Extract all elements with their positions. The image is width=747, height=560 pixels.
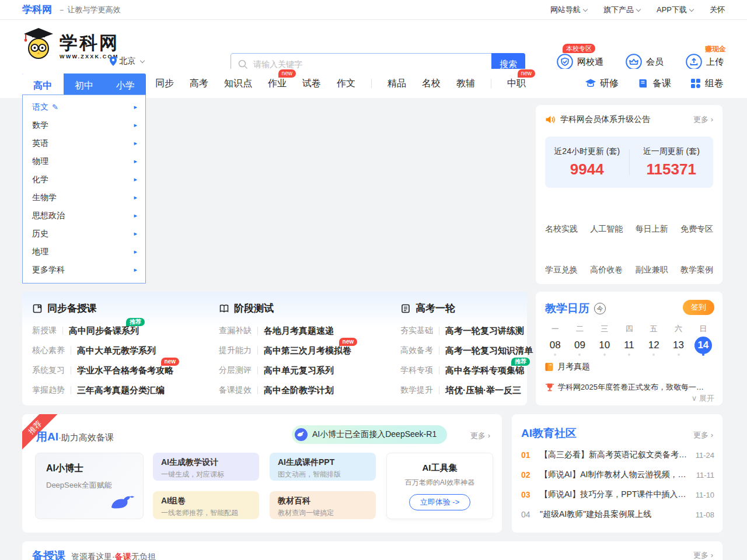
subject-biology[interactable]: 生物学▸ — [23, 188, 145, 206]
resource-link[interactable]: 查漏补缺 各地月考真题速递 — [219, 321, 351, 341]
nav-item-homework[interactable]: 作业new — [268, 78, 287, 90]
resource-link[interactable]: 掌握趋势 三年高考真题分类汇编 — [32, 380, 173, 400]
calendar-date[interactable]: 09 — [571, 337, 588, 354]
upload-icon — [686, 54, 702, 70]
section-title: 阶段测试 — [219, 302, 274, 315]
topbar-link-app-download[interactable]: APP下载 — [657, 5, 693, 15]
ai-ppt-card[interactable]: AI生成课件PPT 图文动画，智能排版 — [270, 453, 376, 481]
topbar-logo[interactable]: 学科网 — [22, 3, 52, 16]
topbar-link-site-nav[interactable]: 网站导航 — [550, 5, 587, 15]
ai-more-link[interactable]: 更多 › — [470, 430, 490, 441]
checkin-button[interactable]: 签到 — [683, 300, 714, 315]
arrow-right-icon: ▸ — [134, 212, 137, 219]
calendar-date[interactable]: 08 — [546, 337, 564, 354]
site-logo[interactable]: 学科网 WWW.ZXXK.COM — [22, 27, 119, 60]
new-badge: new — [161, 358, 179, 366]
resource-link[interactable]: 提升能力 高中第三次月考模拟卷new — [219, 341, 351, 360]
subject-physics[interactable]: 物理▸ — [23, 152, 145, 170]
subject-history[interactable]: 历史▸ — [23, 225, 145, 243]
resource-link[interactable]: 学科专项 高中各学科专项集锦推荐 — [400, 360, 533, 380]
mortarboard-icon — [585, 78, 596, 89]
upload-link[interactable]: 赚现金 上传 — [686, 54, 724, 70]
tool-paper-builder[interactable]: 组卷 — [690, 78, 724, 90]
nav-item-vocational[interactable]: 中职new — [507, 78, 526, 90]
community-post[interactable]: 02 【师说AI】AI制作教材人物云游视频，详… 11-11 — [521, 465, 714, 485]
today-icon[interactable]: 今 — [594, 303, 606, 314]
topbar-link-products[interactable]: 旗下产品 — [603, 5, 640, 15]
tool-training[interactable]: 研修 — [585, 78, 619, 90]
subject-chemistry[interactable]: 化学▸ — [23, 170, 145, 188]
calendar-date[interactable]: 13 — [670, 337, 687, 354]
stat-24h-value: 9944 — [545, 160, 629, 178]
nav-item-premium[interactable]: 精品 — [388, 78, 406, 90]
ai-lesson-design-card[interactable]: AI生成教学设计 一键生成，对应课标 — [153, 453, 259, 481]
subject-math[interactable]: 数学▸ — [23, 116, 145, 134]
calendar-date[interactable]: 12 — [645, 337, 662, 354]
community-post[interactable]: 04 "超级AI教师"建始县案例展上线 11-08 — [521, 505, 714, 524]
resource-link[interactable]: 新授课 高中同步备课系列推荐 — [32, 321, 173, 341]
announcement-more[interactable]: 更多 › — [693, 114, 713, 125]
ai-toolbox-card: AI工具集 百万老师的AI效率神器 立即体验 -> — [386, 453, 493, 519]
topbar-link-care[interactable]: 关怀 — [710, 5, 725, 15]
bottom-more-link[interactable]: 更多 › — [693, 550, 713, 560]
tool-lesson-prep[interactable]: 备课 — [637, 78, 671, 90]
community-post[interactable]: 01 【高三必看】新高考英语记叙文类备考… 11-24 — [521, 445, 714, 465]
stat-week-value: 115371 — [630, 160, 714, 178]
chevron-down-icon — [140, 58, 145, 63]
nav-item-essay[interactable]: 作文 — [337, 78, 355, 90]
community-post[interactable]: 03 【师说AI】技巧分享，PPT课件中插入透… 11-10 — [521, 485, 714, 505]
nav-item-knowledge[interactable]: 知识点 — [224, 78, 252, 90]
community-more-link[interactable]: 更多 › — [693, 430, 713, 440]
link-free-zone[interactable]: 免费专区 — [680, 224, 713, 235]
subject-geography[interactable]: 地理▸ — [23, 243, 145, 261]
ai-community-card: AI教育社区 更多 › 01 【高三必看】新高考英语记叙文类备考… 11-24 … — [512, 414, 722, 533]
resource-link[interactable]: 夯实基础 高考一轮复习讲练测 — [400, 321, 533, 341]
whale-icon — [108, 493, 136, 514]
resource-link[interactable]: 核心素养 高中大单元教学系列 — [32, 341, 173, 360]
city-selector[interactable]: 北京 — [110, 56, 144, 66]
calendar-title: 教学日历 今 — [545, 301, 606, 316]
arrow-right-icon: ▸ — [134, 139, 137, 147]
nav-item-elite-schools[interactable]: 名校 — [422, 78, 441, 90]
ai-doctor-card[interactable]: AI小博士 DeepSeek全面赋能 — [35, 453, 144, 519]
ai-section-title: 用AI ·助力高效备课 — [36, 429, 114, 444]
announcement-link[interactable]: 学科网会员体系升级公告 — [560, 114, 689, 125]
resource-link[interactable]: 系统复习 学业水平合格考备考攻略new — [32, 360, 173, 380]
link-side-job[interactable]: 副业兼职 — [636, 265, 668, 275]
link-paper-buyback[interactable]: 高价收卷 — [590, 265, 623, 275]
divider — [491, 79, 491, 88]
top-utility-bar: 学科网 － 让教与学更高效 网站导航 旗下产品 APP下载 关怀 — [0, 0, 747, 20]
calendar-date[interactable]: 11 — [620, 337, 638, 354]
subject-english[interactable]: 英语▸ — [23, 134, 145, 152]
link-elite-practice[interactable]: 名校实践 — [545, 224, 578, 235]
nav-item-sync[interactable]: 同步 — [155, 78, 174, 90]
resource-link[interactable]: 备课提效 高中全阶教学计划 — [219, 380, 351, 400]
subject-chinese[interactable]: 语文✎▸ — [23, 98, 145, 116]
edit-icon: ✎ — [52, 103, 58, 111]
deepseek-banner[interactable]: AI小博士已全面接入DeepSeek-R1 — [292, 425, 447, 444]
calendar-date-active[interactable]: 14 — [694, 337, 712, 354]
nav-item-teaching-aids[interactable]: 教辅 — [456, 78, 475, 90]
location-pin-icon — [110, 57, 117, 66]
link-teaching-cases[interactable]: 教学案例 — [680, 265, 713, 275]
nav-item-gaokao[interactable]: 高考 — [190, 78, 208, 90]
book-icon — [637, 78, 649, 89]
calendar-event[interactable]: 月考真题 — [545, 362, 590, 372]
textbook-wiki-card[interactable]: 教材百科 教材查询一键搞定 — [270, 491, 376, 519]
link-bean-exchange[interactable]: 学豆兑换 — [545, 265, 578, 275]
calendar-notice[interactable]: 学科网2025年度答卷正式发布，致敬每一… — [545, 382, 713, 393]
wangxiaotong-link[interactable]: 本校专区 网校通 — [557, 54, 603, 70]
nav-item-papers[interactable]: 试卷 — [302, 78, 321, 90]
resource-link[interactable]: 数学提升 培优·压轴·举一反三 — [400, 380, 533, 400]
calendar-date[interactable]: 10 — [596, 337, 613, 354]
vip-link[interactable]: 会员 — [626, 54, 664, 70]
expand-toggle[interactable]: ∨ 展开 — [692, 393, 714, 404]
subject-more[interactable]: 更多学科▸ — [23, 261, 145, 279]
rank-badge: 01 — [521, 450, 533, 460]
resource-link[interactable]: 分层测评 高中单元复习系列 — [219, 360, 351, 380]
link-daily-new[interactable]: 每日上新 — [636, 224, 668, 235]
ai-paper-builder-card[interactable]: AI组卷 一线老师推荐，智能配题 — [153, 491, 259, 519]
link-ai[interactable]: 人工智能 — [590, 224, 623, 235]
try-now-button[interactable]: 立即体验 -> — [409, 494, 471, 510]
subject-politics[interactable]: 思想政治▸ — [23, 206, 145, 225]
